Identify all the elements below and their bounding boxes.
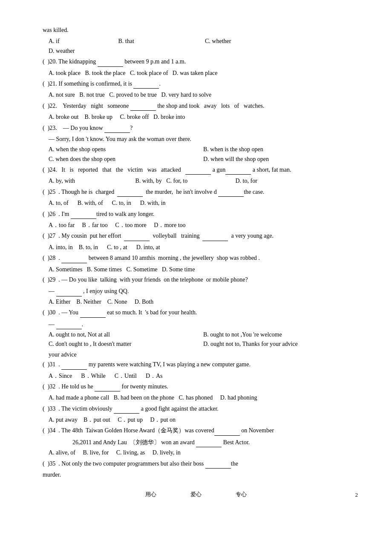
q28-text: ( )28 . between 8 amand 10 amthis mornin… [43,253,358,263]
q24-options: A. by, with B. with, by C. for, to D. to… [49,176,358,186]
footer-item-1: 用心 [145,491,156,498]
page: was killed. A. if B. that C. whether D. … [0,0,392,507]
q19-options: A. if B. that C. whether D. weather [49,37,358,56]
opt-19a: A. if [49,37,117,46]
opt-30d: D. ought not to, Thanks for your advice [203,339,358,349]
q22-text: ( )22. Yesterday night someone the shop … [43,101,358,111]
opt-23c: C. when does the shop open [49,155,203,164]
q24-text: ( )24. It is reported that the victim wa… [43,165,358,175]
blank-25b [218,187,244,197]
blank-22 [130,101,156,111]
intro-line: was killed. [43,26,358,35]
q20-text: ( )20. The kidnapping between 9 p.m and … [43,57,358,66]
q33-text: ( )33 . The victim obviously a good figh… [43,404,358,414]
q33-options: A. put away B．put out C．put up D．put on [49,415,358,425]
q35-text: ( )35 . Not only the two computer progra… [43,459,358,469]
blank-25a [117,187,143,197]
opt-30a: A. ought to not, Not at all [49,330,203,339]
blank-24b [225,165,251,175]
blank-27a [124,231,150,241]
opt-24d: D. to, for [222,176,290,186]
q25-text: ( )25 . Though he is charged the murder,… [43,187,358,197]
blank-27b [202,231,228,241]
q30-text: ( )30 . — You eat so much. It 's bad for… [43,308,358,317]
q34-text: ( )34 . The 48th Taiwan Golden Horse Awa… [43,426,358,435]
q22-options: A. broke out B. broke up C. broke off D.… [49,112,358,122]
blank-33 [114,404,139,414]
q32-text: ( )32 . He told us he for twenty minutes… [43,382,358,391]
q30-options: A. ought to not, Not at all B. ought to … [49,330,358,349]
blank-24a [185,165,211,175]
q23-sub: — Sorry, I don 't know. You may ask the … [49,135,358,144]
q29-options: A. Either B. Neither C. None D. Both [49,297,358,307]
opt-23d: D. when will the shop open [203,155,358,164]
opt-23a: A. when the shop opens [49,145,203,154]
blank-30 [80,308,106,317]
q21-text: ( )21. If something is confirmed, it is … [43,79,358,89]
blank-28 [61,253,87,263]
q34-options: A. alive, of B. live, for C. living, as … [49,448,358,457]
q21-options: A. not sure B. not true C. proved to be … [49,90,358,100]
q30-d-continuation: your advice [49,350,358,359]
q35-continuation: murder. [43,470,358,480]
blank-34b [196,437,222,447]
opt-19c: C. whether [205,37,290,46]
blank-23 [104,123,130,133]
q23-text: ( )23. — Do you know ? [43,123,358,133]
blank-31 [61,359,87,369]
opt-30c: C. don't ought to , It doesn't matter [49,339,203,349]
q27-options: A. into, in B. to, in C. to , at D. into… [49,243,358,252]
q31-text: ( )31 . my parents were watching TV, I w… [43,359,358,369]
footer: 用心 爱心 专心 [0,491,392,498]
q29-sub: — , I enjoy using QQ. [49,286,358,296]
q26-text: ( )26 . I'm tired to walk any longer. [43,209,358,219]
opt-24b: B. with, by C. for, to [135,176,221,186]
q28-options: A. Sometimes B. Some times C. Sometime D… [49,265,358,274]
q29-text: ( )29 . — Do you like talking with your … [43,275,358,285]
blank-26 [71,209,96,219]
q32-options: A. had made a phone call B. had been on … [49,393,358,403]
q27-text: ( )27 . My cousin put her effort volleyb… [43,231,358,241]
opt-30b: B. ought to not ,You 're welcome [203,330,358,339]
q20-options: A. took place B. took the place C. took … [49,69,358,78]
blank-21 [133,79,159,89]
opt-19d: D. weather [49,46,117,56]
q26-options: A．too far B．far too C．too more D．more to… [49,221,358,230]
opt-23b: B. when is the shop open [203,145,358,154]
footer-item-3: 专心 [236,491,247,498]
q23-options: A. when the shop opens B. when is the sh… [49,145,358,164]
q25-options: A. to, of B. with, of C. to, in D. with,… [49,198,358,208]
blank-30b [56,319,82,329]
blank-34a [214,426,240,435]
footer-item-2: 爱心 [190,491,202,498]
q30-sub: — . [49,319,358,329]
blank-29 [56,286,82,296]
q31-options: A．Since B．While C．Until D．As [49,371,358,381]
q34-sub: 26,2011 and Andy Lau 〔刘德华〕 won an award … [72,437,358,447]
opt-24a: A. by, with [49,176,134,186]
blank-32 [95,382,120,391]
opt-19b: B. that [118,37,204,46]
page-number: 2 [355,492,358,498]
blank-20 [98,57,123,66]
